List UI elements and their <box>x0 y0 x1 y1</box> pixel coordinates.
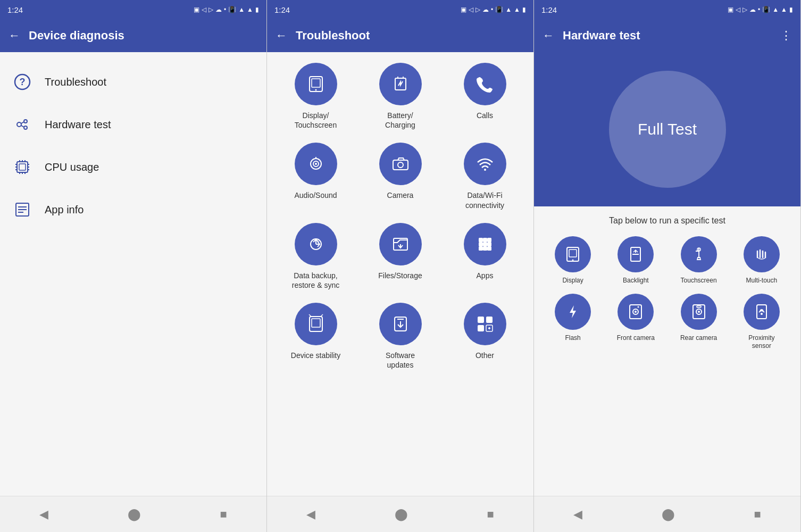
svg-rect-43 <box>479 238 483 242</box>
status-icons-1: ▣ ◁ ▷ ☁ • 📳 ▲ ▲ ▮ <box>194 6 259 13</box>
vibrate-icon-3: 📳 <box>762 6 770 13</box>
menu-item-hardware-test[interactable]: Hardware test <box>0 103 266 146</box>
hw-item-backlight[interactable]: Backlight <box>605 236 666 285</box>
hw-front-camera-icon <box>618 294 654 330</box>
svg-rect-51 <box>487 246 491 251</box>
full-test-button[interactable]: Full Test <box>609 71 726 188</box>
svg-point-36 <box>398 162 403 168</box>
svg-rect-45 <box>487 238 491 242</box>
nav-bar-2: ◀ ⬤ ■ <box>267 496 533 532</box>
hw-label-backlight: Backlight <box>623 277 649 285</box>
panel-hardware-test: 1:24 ▣ ◁ ▷ ☁ • 📳 ▲ ▲ ▮ ← Hardware test ⋮… <box>534 0 801 532</box>
svg-point-75 <box>638 306 639 307</box>
nav-home-2[interactable]: ⬤ <box>395 508 408 521</box>
hw-label-rear-camera: Rear camera <box>680 334 717 343</box>
svg-point-27 <box>315 89 316 91</box>
menu-item-cpu-usage[interactable]: CPU usage <box>0 146 266 188</box>
hardware-test-hero: Full Test <box>534 52 800 206</box>
svg-rect-46 <box>479 242 483 246</box>
svg-point-33 <box>315 163 317 165</box>
nav-home-3[interactable]: ⬤ <box>662 508 675 521</box>
page-title-1: Device diagnosis <box>29 29 258 43</box>
hw-item-display[interactable]: Display <box>543 236 603 285</box>
vibrate-icon: 📳 <box>228 6 236 13</box>
back-button-3[interactable]: ← <box>543 29 554 43</box>
grid-label-apps: Apps <box>477 271 494 280</box>
app-bar-1: ← Device diagnosis <box>0 19 266 52</box>
hw-rear-camera-icon <box>681 294 717 330</box>
nav-home-1[interactable]: ⬤ <box>128 508 141 521</box>
status-time-2: 1:24 <box>274 5 290 14</box>
svg-rect-60 <box>486 317 493 323</box>
signal-icon-3: ▲ <box>781 6 787 13</box>
grid-item-other[interactable]: Other <box>445 303 525 370</box>
notification-icon-3: ▣ <box>728 6 733 13</box>
battery-icon-3: ▮ <box>789 6 793 13</box>
svg-rect-50 <box>483 246 487 251</box>
notification-icon-2: ▣ <box>461 6 466 13</box>
nav-recent-3[interactable]: ■ <box>754 508 761 521</box>
signal-icon-1: ▲ <box>247 6 253 13</box>
grid-item-battery-charging[interactable]: Battery/Charging <box>360 63 440 130</box>
troubleshoot-grid: Display/Touchscreen Battery/Charging <box>267 52 533 381</box>
cpu-icon <box>13 157 32 177</box>
menu-list: ? Troubleshoot Hardware test <box>0 52 266 239</box>
grid-item-software-updates[interactable]: Softwareupdates <box>360 303 440 370</box>
grid-label-data-backup: Data backup,restore & sync <box>292 271 339 290</box>
svg-point-4 <box>24 126 27 129</box>
grid-item-data-wifi[interactable]: Data/Wi-Ficonnectivity <box>445 143 525 210</box>
hw-display-icon <box>555 236 591 272</box>
panel-device-diagnosis: 1:24 ▣ ◁ ▷ ☁ • 📳 ▲ ▲ ▮ ← Device diagnosi… <box>0 0 267 532</box>
nav-back-1[interactable]: ◀ <box>39 508 48 521</box>
hw-item-front-camera[interactable]: Front camera <box>605 294 666 351</box>
nav-back-3[interactable]: ◀ <box>573 508 582 521</box>
data-backup-icon <box>295 223 337 265</box>
grid-item-device-stability[interactable]: Device stability <box>276 303 356 370</box>
hw-touchscreen-icon <box>681 236 717 272</box>
grid-item-calls[interactable]: Calls <box>445 63 525 130</box>
hw-item-flash[interactable]: Flash <box>543 294 603 351</box>
hw-label-display: Display <box>562 277 583 285</box>
cloud-icon-2: ☁ <box>482 6 489 13</box>
status-icons-2: ▣ ◁ ▷ ☁ • 📳 ▲ ▲ ▮ <box>461 6 526 13</box>
status-bar-3: 1:24 ▣ ◁ ▷ ☁ • 📳 ▲ ▲ ▮ <box>534 0 800 19</box>
grid-item-display-touchscreen[interactable]: Display/Touchscreen <box>276 63 356 130</box>
grid-item-files-storage[interactable]: Files/Storage <box>360 223 440 290</box>
svg-rect-66 <box>569 250 577 257</box>
hw-item-rear-camera[interactable]: Rear camera <box>669 294 729 351</box>
audio-sound-icon <box>295 143 337 185</box>
svg-point-74 <box>635 311 637 313</box>
svg-rect-61 <box>478 325 484 331</box>
hw-item-multi-touch[interactable]: Multi-touch <box>731 236 792 285</box>
svg-rect-8 <box>19 164 26 170</box>
hardware-test-content: Tap below to run a specific test Display <box>534 206 800 496</box>
troubleshoot-content: Display/Touchscreen Battery/Charging <box>267 52 533 496</box>
grid-item-audio-sound[interactable]: Audio/Sound <box>276 143 356 210</box>
hw-item-touchscreen[interactable]: Touchscreen <box>669 236 729 285</box>
grid-label-software-updates: Softwareupdates <box>386 351 415 370</box>
svg-rect-7 <box>17 162 28 172</box>
svg-rect-44 <box>483 238 487 242</box>
nav-recent-2[interactable]: ■ <box>487 508 494 521</box>
grid-label-camera: Camera <box>387 190 414 200</box>
svg-point-78 <box>698 311 700 313</box>
menu-item-app-info[interactable]: App info <box>0 188 266 231</box>
menu-item-troubleshoot[interactable]: ? Troubleshoot <box>0 61 266 103</box>
nav-recent-1[interactable]: ■ <box>220 508 227 521</box>
signal-icon-2: ▲ <box>514 6 520 13</box>
hw-backlight-icon <box>618 236 654 272</box>
hw-item-proximity-sensor[interactable]: Proximitysensor <box>731 294 792 351</box>
svg-rect-47 <box>483 242 487 246</box>
nav-back-2[interactable]: ◀ <box>306 508 315 521</box>
grid-item-apps[interactable]: Apps <box>445 223 525 290</box>
hw-multi-touch-icon <box>744 236 780 272</box>
menu-item-app-info-label: App info <box>45 204 84 216</box>
battery-charging-icon <box>379 63 422 105</box>
back-button-1[interactable]: ← <box>9 29 20 43</box>
more-options-button[interactable]: ⋮ <box>780 29 792 43</box>
status-bar-1: 1:24 ▣ ◁ ▷ ☁ • 📳 ▲ ▲ ▮ <box>0 0 266 19</box>
back-button-2[interactable]: ← <box>276 29 287 43</box>
grid-item-data-backup[interactable]: Data backup,restore & sync <box>276 223 356 290</box>
grid-item-camera[interactable]: Camera <box>360 143 440 210</box>
grid-label-battery-charging: Battery/Charging <box>385 111 415 130</box>
